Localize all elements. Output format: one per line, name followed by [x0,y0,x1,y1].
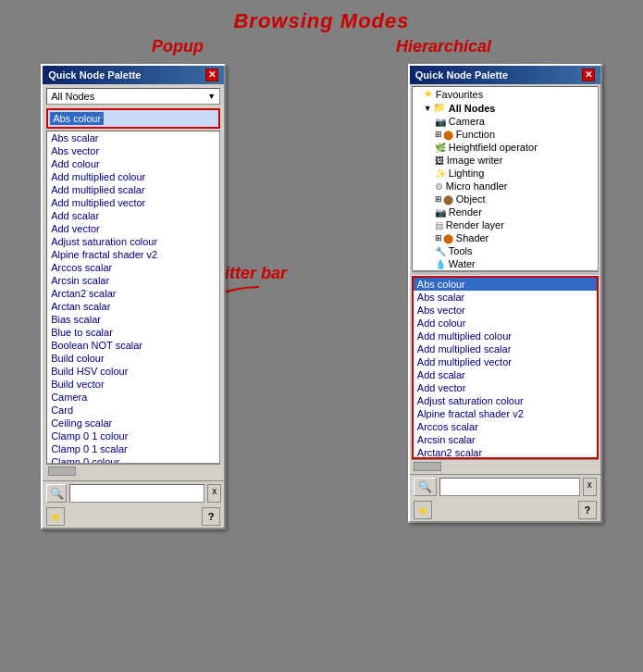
list-item[interactable]: Add colour [47,157,219,170]
water-icon: 💧 [435,259,446,269]
list-item[interactable]: Add multiplied vector [47,196,219,209]
tree-label: Object [456,193,486,205]
list-item[interactable]: Add vector [414,381,597,394]
list-item[interactable]: Arccos scalar [414,420,597,433]
tree-item-renderlayer[interactable]: ▤ Render layer [413,218,598,231]
hier-selected-item[interactable]: Abs colour [414,278,597,291]
page-title: Browsing Modes [0,0,643,33]
list-item[interactable]: Build HSV colour [47,365,219,378]
list-item[interactable]: Add multiplied vector [414,355,597,368]
star-icon: ★ [424,88,433,100]
list-item[interactable]: Build vector [47,378,219,391]
popup-search-btn[interactable]: 🔍 [46,484,67,503]
popup-selected-item[interactable]: Abs colour [50,112,104,125]
popup-dropdown-arrow[interactable]: ▼ [207,92,216,101]
popup-close-btn[interactable]: ✕ [205,68,218,81]
hier-star-btn[interactable]: ★ [414,501,432,519]
hier-bottom-row2: ★ ? [410,499,600,521]
tree-item-render[interactable]: 📷 Render [413,205,598,218]
popup-hscrollbar[interactable] [46,464,220,477]
tree-item-microhandler[interactable]: ⚙ Micro handler [413,180,598,193]
circle-icon: ⬤ [443,194,453,205]
tree-item-imagewriter[interactable]: 🖼 Image writer [413,154,598,167]
hier-close-btn[interactable]: ✕ [582,68,595,81]
tree-item-shader[interactable]: ⊞ ⬤ Shader [413,231,598,244]
tree-item-function[interactable]: ⊞ ⬤ Function [413,128,598,141]
popup-star-btn[interactable]: ★ [46,507,65,526]
tree-label: Image writer [447,155,503,166]
list-item[interactable]: Clamp 0 1 scalar [47,442,219,455]
popup-clear-btn[interactable]: x [207,484,221,503]
list-item[interactable]: Ceiling scalar [47,417,219,429]
popup-dropdown-value: All Nodes [51,91,207,102]
list-item[interactable]: Arctan2 scalar [414,446,597,457]
tree-item-camera[interactable]: 📷 Camera [413,115,598,128]
heightfield-icon: 🌿 [435,143,446,153]
list-item[interactable]: Arccos scalar [47,261,219,274]
star-icon: ★ [50,510,61,524]
popup-bottom-toolbar1: 🔍 x [43,480,224,505]
popup-hscroll-thumb[interactable] [48,467,76,476]
list-item[interactable]: Add scalar [414,368,597,381]
tree-item-tools[interactable]: 🔧 Tools [413,244,598,257]
list-item[interactable]: Card [47,404,219,417]
list-item[interactable]: Add scalar [47,209,219,222]
list-item[interactable]: Abs scalar [414,291,597,304]
hier-panel-title: Quick Node Palette [415,69,508,81]
list-item[interactable]: Camera [47,391,219,404]
hier-tree-area[interactable]: ★ Favourites ▼ 📁 All Nodes 📷 Camera [412,86,599,271]
hier-search-input[interactable] [439,478,580,496]
popup-search-input[interactable] [69,484,204,503]
tree-label: Camera [449,116,485,127]
list-item[interactable]: Boolean NOT scalar [47,339,219,352]
popup-panel: Quick Node Palette ✕ All Nodes ▼ Abs col… [41,64,226,529]
hier-list[interactable]: Abs scalar Abs vector Add colour Add mul… [414,291,597,457]
hier-clear-btn[interactable]: x [583,478,597,496]
lighting-icon: ✨ [435,168,446,179]
list-item[interactable]: Arcsin scalar [414,433,597,446]
list-item[interactable]: Alpine fractal shader v2 [47,248,219,261]
image-icon: 🖼 [435,156,444,166]
tree-label: All Nodes [449,103,496,114]
hier-help-btn[interactable]: ? [578,501,597,519]
tree-label: Lighting [449,168,485,179]
tree-item-favourites[interactable]: ★ Favourites [413,87,598,101]
list-item[interactable]: Adjust saturation colour [47,235,219,248]
popup-titlebar: Quick Node Palette ✕ [43,66,224,84]
list-item[interactable]: Add colour [414,317,597,330]
list-item[interactable]: Arctan2 scalar [47,287,219,300]
tree-item-lighting[interactable]: ✨ Lighting [413,167,598,180]
hier-bottom-toolbar1: 🔍 x [410,474,600,499]
list-item[interactable]: Add multiplied scalar [414,342,597,355]
list-item[interactable]: Add vector [47,222,219,235]
list-item[interactable]: Clamp 0 1 colour [47,429,219,442]
list-item[interactable]: Add multiplied scalar [47,183,219,196]
list-item[interactable]: Blue to scalar [47,326,219,339]
list-item[interactable]: Arcsin scalar [47,274,219,287]
expand-icon: ⊞ [435,194,442,204]
list-item[interactable]: Abs vector [47,144,219,157]
list-item[interactable]: Abs scalar [47,131,219,144]
list-item[interactable]: Abs vector [414,304,597,317]
list-item[interactable]: Adjust saturation colour [414,394,597,407]
list-item[interactable]: Clamp 0 colour [47,455,219,464]
list-item[interactable]: Add multiplied colour [414,330,597,342]
list-item[interactable]: Arctan scalar [47,300,219,313]
list-item[interactable]: Add multiplied colour [47,170,219,183]
popup-help-btn[interactable]: ? [202,507,220,526]
popup-list[interactable]: Abs scalar Abs vector Add colour Add mul… [46,131,220,464]
tree-label: Function [456,129,495,140]
tree-label: Tools [449,245,473,256]
hier-search-btn[interactable]: 🔍 [414,478,437,496]
tree-item-heightfield[interactable]: 🌿 Heightfield operator [413,141,598,154]
hier-panel: Quick Node Palette ✕ ★ Favourites ▼ 📁 Al… [408,64,602,523]
hier-hscrollbar[interactable] [412,459,599,472]
hier-hscroll-thumb[interactable] [414,462,441,471]
list-item[interactable]: Bias scalar [47,313,219,326]
expand-icon: ▼ [424,104,432,113]
tree-item-water[interactable]: 💧 Water [413,257,598,270]
list-item[interactable]: Alpine fractal shader v2 [414,407,597,420]
tree-item-object[interactable]: ⊞ ⬤ Object [413,193,598,205]
tree-item-allnodes[interactable]: ▼ 📁 All Nodes [413,101,598,115]
list-item[interactable]: Build colour [47,352,219,365]
